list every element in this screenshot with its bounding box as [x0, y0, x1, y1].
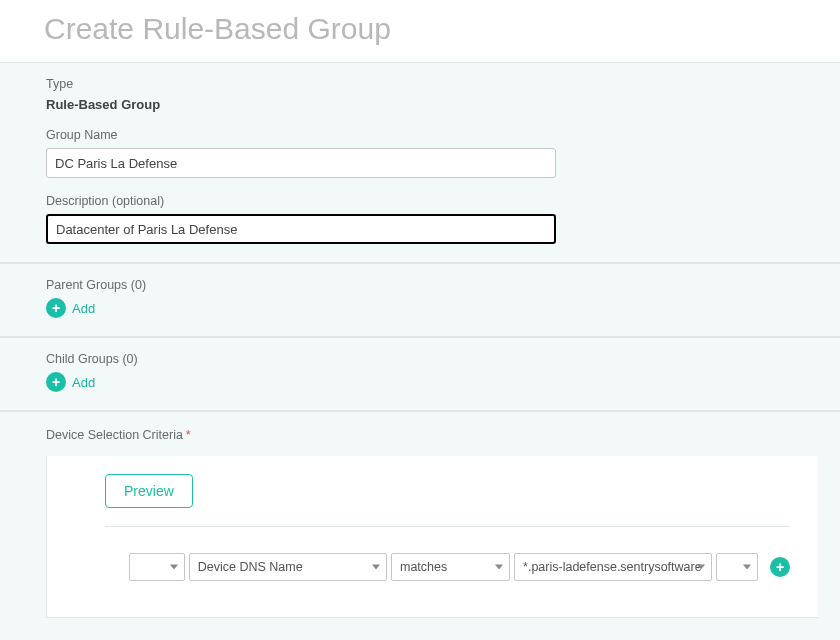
page-title: Create Rule-Based Group: [0, 0, 840, 62]
add-rule-icon[interactable]: +: [770, 557, 790, 577]
criteria-heading-text: Device Selection Criteria: [46, 428, 183, 442]
add-child-group-button[interactable]: Add: [72, 375, 95, 390]
add-child-group-icon[interactable]: +: [46, 372, 66, 392]
child-groups-heading: Child Groups (0): [46, 352, 818, 366]
rule-field-select[interactable]: Device DNS Name: [189, 553, 387, 581]
rule-value-text: *.paris-ladefense.sentrysoftware: [523, 560, 702, 574]
add-parent-group-icon[interactable]: +: [46, 298, 66, 318]
group-name-input[interactable]: [46, 148, 556, 178]
description-label: Description (optional): [46, 194, 818, 208]
chevron-down-icon: [743, 565, 751, 570]
child-groups-panel: Child Groups (0) + Add: [0, 337, 840, 411]
chevron-down-icon: [372, 565, 380, 570]
chevron-down-icon: [697, 565, 705, 570]
criteria-body: Preview Device DNS Name matches *.paris-…: [46, 456, 818, 618]
basic-info-panel: Type Rule-Based Group Group Name Descrip…: [0, 62, 840, 263]
description-input[interactable]: [46, 214, 556, 244]
rule-extra-select[interactable]: [716, 553, 758, 581]
add-parent-group-button[interactable]: Add: [72, 301, 95, 316]
group-name-label: Group Name: [46, 128, 818, 142]
parent-groups-panel: Parent Groups (0) + Add: [0, 263, 840, 337]
rule-divider: [105, 526, 790, 527]
required-asterisk-icon: *: [186, 428, 191, 442]
rule-field-value: Device DNS Name: [198, 560, 303, 574]
rule-join-select[interactable]: [129, 553, 185, 581]
chevron-down-icon: [170, 565, 178, 570]
chevron-down-icon: [495, 565, 503, 570]
type-label: Type: [46, 77, 818, 91]
criteria-panel: Device Selection Criteria* Preview Devic…: [0, 411, 840, 640]
rule-row: Device DNS Name matches *.paris-ladefens…: [75, 553, 790, 581]
rule-operator-select[interactable]: matches: [391, 553, 510, 581]
preview-button[interactable]: Preview: [105, 474, 193, 508]
rule-operator-value: matches: [400, 560, 447, 574]
criteria-heading: Device Selection Criteria*: [46, 428, 818, 442]
rule-value-select[interactable]: *.paris-ladefense.sentrysoftware: [514, 553, 712, 581]
parent-groups-heading: Parent Groups (0): [46, 278, 818, 292]
type-value: Rule-Based Group: [46, 97, 818, 112]
